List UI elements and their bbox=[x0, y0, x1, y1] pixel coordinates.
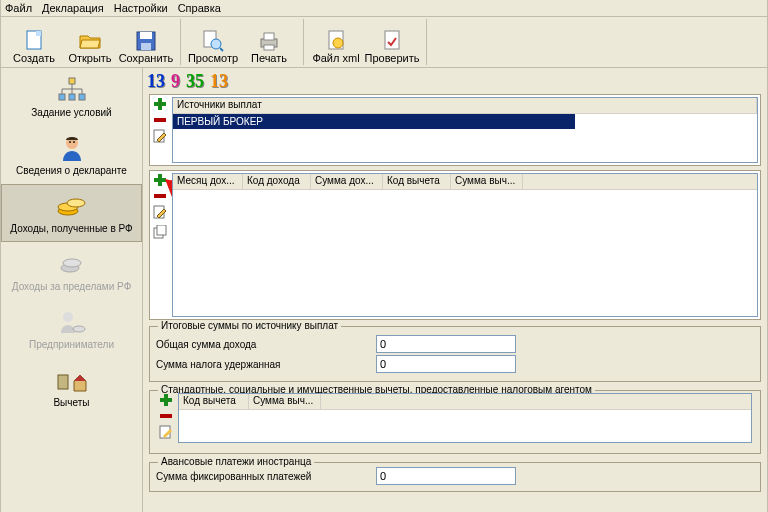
save-icon bbox=[135, 30, 157, 52]
svg-rect-17 bbox=[79, 94, 85, 100]
svg-point-23 bbox=[67, 199, 85, 207]
svg-point-12 bbox=[333, 38, 343, 48]
coins-icon bbox=[54, 191, 90, 221]
remove-agent-ded-icon[interactable] bbox=[159, 413, 173, 419]
svg-rect-13 bbox=[385, 31, 399, 49]
open-button[interactable]: Открыть bbox=[62, 20, 118, 64]
content-area: 13 9 35 13 Источники выплат ПЕРВЫЙ БРОКЕ… bbox=[143, 68, 767, 512]
save-button[interactable]: Сохранить bbox=[118, 20, 174, 64]
check-icon bbox=[381, 30, 403, 52]
svg-point-25 bbox=[63, 259, 81, 267]
svg-rect-4 bbox=[141, 43, 151, 50]
coins-grey-icon bbox=[54, 249, 90, 279]
person-coins-grey-icon bbox=[54, 307, 90, 337]
svg-rect-14 bbox=[69, 78, 75, 84]
menu-declaration[interactable]: Декларация bbox=[42, 2, 104, 14]
menu-help[interactable]: Справка bbox=[178, 2, 221, 14]
sidebar-income-abroad: Доходы за пределами РФ bbox=[1, 242, 142, 300]
svg-rect-9 bbox=[264, 33, 274, 40]
sidebar-entrepreneurs: Предприниматели bbox=[1, 300, 142, 358]
file-xml-icon bbox=[325, 30, 347, 52]
svg-point-27 bbox=[73, 326, 85, 332]
advance-payments-fieldset: Авансовые платежи иностранца Сумма фикси… bbox=[149, 462, 761, 492]
add-income-icon[interactable] bbox=[153, 173, 167, 187]
view-button[interactable]: Просмотр bbox=[185, 20, 241, 64]
edit-source-icon[interactable] bbox=[153, 129, 167, 143]
source-row-selected[interactable]: ПЕРВЫЙ БРОКЕР bbox=[173, 114, 575, 129]
sidebar: Задание условий Сведения о декларанте До… bbox=[1, 68, 143, 512]
svg-rect-28 bbox=[58, 375, 68, 389]
menu-settings[interactable]: Настройки bbox=[114, 2, 168, 14]
svg-rect-38 bbox=[157, 225, 166, 235]
sidebar-conditions[interactable]: Задание условий bbox=[1, 68, 142, 126]
totals-fieldset: Итоговые суммы по источнику выплат Общая… bbox=[149, 326, 761, 382]
svg-rect-15 bbox=[59, 94, 65, 100]
svg-rect-1 bbox=[36, 31, 41, 36]
preview-magnifier-icon bbox=[202, 30, 224, 52]
fixed-payments-input[interactable] bbox=[376, 467, 516, 485]
duplicate-income-icon[interactable] bbox=[153, 225, 167, 239]
rate-tab-9[interactable]: 9 bbox=[171, 71, 180, 91]
org-chart-icon bbox=[54, 75, 90, 105]
sidebar-deductions[interactable]: Вычеты bbox=[1, 358, 142, 416]
svg-rect-16 bbox=[69, 94, 75, 100]
svg-point-20 bbox=[73, 141, 75, 143]
svg-rect-31 bbox=[154, 118, 166, 122]
check-button[interactable]: Проверить bbox=[364, 20, 420, 64]
svg-point-6 bbox=[211, 39, 221, 49]
svg-rect-10 bbox=[264, 45, 274, 50]
add-agent-ded-icon[interactable] bbox=[159, 393, 173, 407]
svg-rect-35 bbox=[154, 194, 166, 198]
create-button[interactable]: Создать bbox=[6, 20, 62, 64]
svg-rect-40 bbox=[160, 398, 172, 402]
sources-header: Источники выплат bbox=[173, 98, 757, 113]
folder-open-icon bbox=[79, 30, 101, 52]
printer-icon bbox=[258, 30, 280, 52]
fixed-payments-label: Сумма фиксированных платежей bbox=[156, 471, 376, 482]
calculator-house-icon bbox=[54, 365, 90, 395]
toolbar: Создать Открыть Сохранить Просмотр Печат… bbox=[0, 17, 768, 68]
xml-button[interactable]: Файл xml bbox=[308, 20, 364, 64]
total-income-label: Общая сумма дохода bbox=[156, 339, 376, 350]
svg-rect-41 bbox=[160, 414, 172, 418]
svg-line-7 bbox=[220, 48, 223, 51]
menu-file[interactable]: Файл bbox=[5, 2, 32, 14]
add-source-icon[interactable] bbox=[153, 97, 167, 111]
edit-agent-ded-icon[interactable] bbox=[159, 425, 173, 439]
tax-withheld-input[interactable] bbox=[376, 355, 516, 373]
agent-deductions-fieldset: Стандартные, социальные и имущественные … bbox=[149, 390, 761, 454]
sources-panel: Источники выплат ПЕРВЫЙ БРОКЕР bbox=[149, 94, 761, 166]
person-icon bbox=[54, 133, 90, 163]
svg-point-26 bbox=[63, 312, 73, 322]
edit-income-icon[interactable] bbox=[153, 205, 167, 219]
remove-source-icon[interactable] bbox=[153, 117, 167, 123]
document-new-icon bbox=[23, 30, 45, 52]
svg-rect-3 bbox=[140, 32, 152, 39]
income-columns: Месяц дох... Код дохода Сумма дох... Код… bbox=[173, 174, 757, 190]
svg-rect-30 bbox=[154, 102, 166, 106]
svg-rect-34 bbox=[154, 178, 166, 182]
remove-income-icon[interactable] bbox=[153, 193, 167, 199]
sidebar-income-rf[interactable]: Доходы, полученные в РФ bbox=[1, 184, 142, 242]
income-panel: Месяц дох... Код дохода Сумма дох... Код… bbox=[149, 170, 761, 320]
sidebar-declarant[interactable]: Сведения о декларанте bbox=[1, 126, 142, 184]
tax-withheld-label: Сумма налога удержанная bbox=[156, 359, 376, 370]
total-income-input[interactable] bbox=[376, 335, 516, 353]
rate-tab-35[interactable]: 35 bbox=[186, 71, 204, 91]
print-button[interactable]: Печать bbox=[241, 20, 297, 64]
menubar: Файл Декларация Настройки Справка bbox=[0, 0, 768, 17]
rate-tab-13-a[interactable]: 13 bbox=[147, 71, 165, 91]
svg-point-19 bbox=[69, 141, 71, 143]
tax-rate-tabs: 13 9 35 13 bbox=[143, 68, 767, 92]
rate-tab-13-b[interactable]: 13 bbox=[210, 71, 228, 91]
